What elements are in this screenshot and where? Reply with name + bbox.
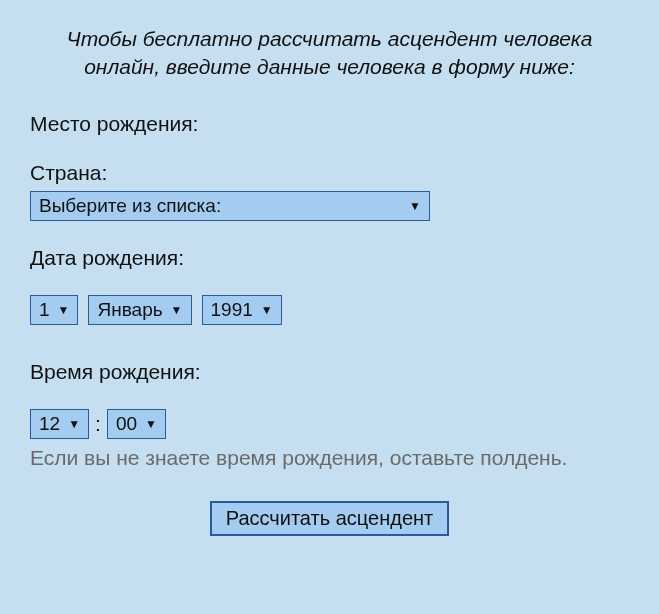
intro-text: Чтобы бесплатно рассчитать асцендент чел… [30, 25, 629, 82]
month-select[interactable]: Январь ▼ [88, 295, 191, 325]
birthdate-label: Дата рождения: [30, 246, 629, 270]
country-select[interactable]: Выберите из списка: ▼ [30, 191, 430, 221]
chevron-down-icon: ▼ [261, 303, 273, 317]
year-value: 1991 [211, 299, 253, 321]
day-value: 1 [39, 299, 50, 321]
chevron-down-icon: ▼ [58, 303, 70, 317]
country-selected-value: Выберите из списка: [39, 195, 221, 217]
chevron-down-icon: ▼ [68, 417, 80, 431]
chevron-down-icon: ▼ [145, 417, 157, 431]
day-select[interactable]: 1 ▼ [30, 295, 78, 325]
time-separator: : [95, 412, 101, 436]
birthplace-label: Место рождения: [30, 112, 629, 136]
chevron-down-icon: ▼ [171, 303, 183, 317]
chevron-down-icon: ▼ [409, 199, 421, 213]
birthtime-label: Время рождения: [30, 360, 629, 384]
time-hint: Если вы не знаете время рождения, оставь… [30, 444, 629, 471]
year-select[interactable]: 1991 ▼ [202, 295, 282, 325]
calculate-button[interactable]: Рассчитать асцендент [210, 501, 449, 536]
country-label: Страна: [30, 161, 629, 185]
month-value: Январь [97, 299, 162, 321]
minute-select[interactable]: 00 ▼ [107, 409, 166, 439]
minute-value: 00 [116, 413, 137, 435]
hour-select[interactable]: 12 ▼ [30, 409, 89, 439]
hour-value: 12 [39, 413, 60, 435]
